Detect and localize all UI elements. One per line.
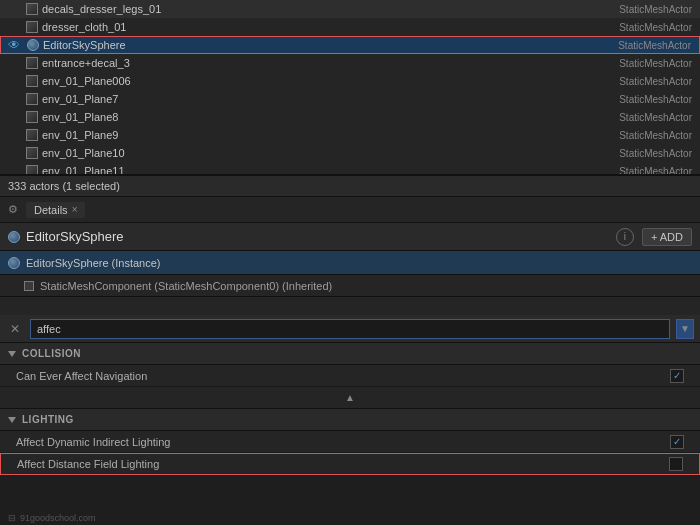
component-label: StaticMeshComponent (StaticMeshComponent… [40, 280, 332, 292]
actor-name: decals_dresser_legs_01 [42, 3, 161, 15]
actor-title-row: EditorSkySphere i + ADD [0, 223, 700, 251]
collision-section-header[interactable]: COLLISION [0, 343, 700, 365]
outliner-row[interactable]: entrance+decal_3 StaticMeshActor [0, 54, 700, 72]
actor-type: StaticMeshActor [618, 40, 695, 51]
details-header: ⚙ Details × [0, 197, 700, 223]
actor-name: env_01_Plane006 [42, 75, 131, 87]
outliner-row-selected[interactable]: 👁 EditorSkySphere StaticMeshActor [0, 36, 700, 54]
actor-name: entrance+decal_3 [42, 57, 130, 69]
outliner-row[interactable]: env_01_Plane8 StaticMeshActor [0, 108, 700, 126]
spacer [0, 297, 700, 315]
component-icon [24, 281, 34, 291]
outliner-row[interactable]: env_01_Plane10 StaticMeshActor [0, 144, 700, 162]
instance-row[interactable]: EditorSkySphere (Instance) [0, 251, 700, 275]
search-options-icon: ▼ [680, 323, 690, 334]
actor-name: EditorSkySphere [43, 39, 126, 51]
actor-type: StaticMeshActor [619, 76, 696, 87]
watermark-text: ⊟ [8, 513, 16, 523]
add-button[interactable]: + ADD [642, 228, 692, 246]
collapse-icon [8, 351, 16, 357]
actor-title: EditorSkySphere [26, 229, 124, 244]
collision-section-label: COLLISION [22, 348, 81, 359]
actor-type: StaticMeshActor [619, 22, 696, 33]
watermark-site: 91goodschool.com [20, 513, 96, 523]
outliner-row[interactable]: env_01_Plane7 StaticMeshActor [0, 90, 700, 108]
actor-type: StaticMeshActor [619, 94, 696, 105]
indirect-lighting-checkbox[interactable] [670, 435, 684, 449]
eye-icon: 👁 [8, 38, 20, 52]
details-tab[interactable]: Details × [26, 202, 85, 218]
actor-name: env_01_Plane11 [42, 165, 125, 175]
info-button[interactable]: i [616, 228, 634, 246]
search-options-button[interactable]: ▼ [676, 319, 694, 339]
instance-sphere-icon [8, 257, 20, 269]
instance-label: EditorSkySphere (Instance) [26, 257, 161, 269]
actor-count: 333 actors (1 selected) [8, 180, 120, 192]
property-row-field-lighting: Affect Distance Field Lighting [0, 453, 700, 475]
scene-outliner: decals_dresser_legs_01 StaticMeshActor d… [0, 0, 700, 175]
mesh-icon [26, 147, 38, 159]
property-row-indirect-lighting: Affect Dynamic Indirect Lighting [0, 431, 700, 453]
actor-type: StaticMeshActor [619, 130, 696, 141]
actor-sphere-icon [8, 231, 20, 243]
mesh-icon [26, 111, 38, 123]
actor-name: dresser_cloth_01 [42, 21, 126, 33]
field-lighting-checkbox[interactable] [669, 457, 683, 471]
mesh-icon [26, 93, 38, 105]
mesh-icon [26, 57, 38, 69]
outliner-row[interactable]: decals_dresser_legs_01 StaticMeshActor [0, 0, 700, 18]
actor-type: StaticMeshActor [619, 58, 696, 69]
property-row-navigation: Can Ever Affect Navigation [0, 365, 700, 387]
actor-name: env_01_Plane8 [42, 111, 118, 123]
actor-type: StaticMeshActor [619, 166, 696, 176]
visibility-icon[interactable]: 👁 [5, 38, 23, 52]
search-bar: ✕ ▼ [0, 315, 700, 343]
navigation-checkbox[interactable] [670, 369, 684, 383]
watermark: ⊟ 91goodschool.com [8, 513, 96, 523]
mesh-icon [26, 75, 38, 87]
actor-type: StaticMeshActor [619, 148, 696, 159]
property-label: Can Ever Affect Navigation [16, 370, 147, 382]
close-tab-button[interactable]: × [72, 204, 78, 215]
tab-label: Details [34, 204, 68, 216]
mesh-icon [26, 21, 38, 33]
settings-icon: ⚙ [8, 203, 18, 216]
collapse-icon [8, 417, 16, 423]
outliner-row[interactable]: env_01_Plane9 StaticMeshActor [0, 126, 700, 144]
search-input[interactable] [30, 319, 670, 339]
mesh-icon [26, 129, 38, 141]
actor-type: StaticMeshActor [619, 112, 696, 123]
mesh-icon [26, 3, 38, 15]
property-label: Affect Distance Field Lighting [17, 458, 159, 470]
sphere-icon [27, 39, 39, 51]
actor-name: env_01_Plane10 [42, 147, 125, 159]
collapse-row[interactable]: ▲ [0, 387, 700, 409]
actor-title-left: EditorSkySphere [8, 229, 124, 244]
mesh-icon [26, 165, 38, 175]
status-bar: 333 actors (1 selected) [0, 175, 700, 197]
component-row[interactable]: StaticMeshComponent (StaticMeshComponent… [0, 275, 700, 297]
outliner-row[interactable]: dresser_cloth_01 StaticMeshActor [0, 18, 700, 36]
actor-name: env_01_Plane9 [42, 129, 118, 141]
actor-type: StaticMeshActor [619, 4, 696, 15]
outliner-row[interactable]: env_01_Plane11 StaticMeshActor [0, 162, 700, 175]
actor-title-right: i + ADD [616, 228, 692, 246]
property-label: Affect Dynamic Indirect Lighting [16, 436, 170, 448]
outliner-row[interactable]: env_01_Plane006 StaticMeshActor [0, 72, 700, 90]
lighting-section-header[interactable]: LIGHTING [0, 409, 700, 431]
collapse-arrow-icon: ▲ [345, 392, 355, 403]
clear-search-button[interactable]: ✕ [6, 320, 24, 338]
actor-name: env_01_Plane7 [42, 93, 118, 105]
lighting-section-label: LIGHTING [22, 414, 74, 425]
